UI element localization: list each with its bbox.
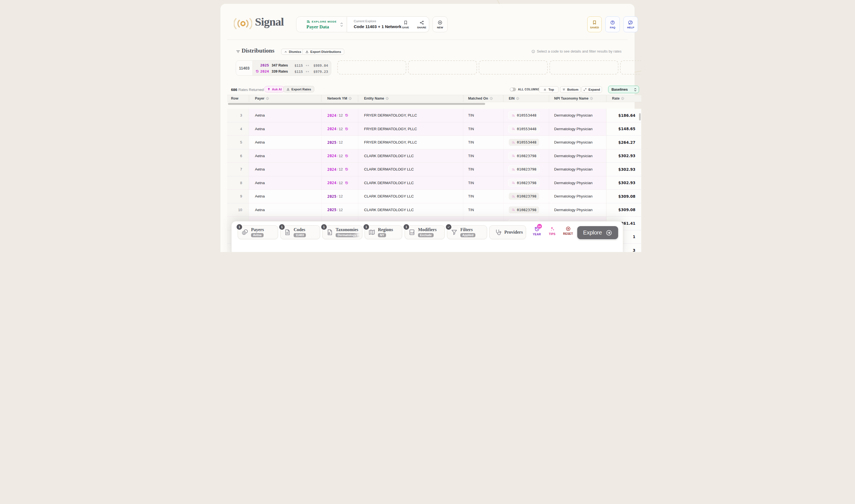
explore-mode-select[interactable]: EXPLORE MODE Payer Data [296,16,347,32]
ein-cell[interactable]: 010823798 [509,163,539,176]
column-header-npi[interactable]: NPI Taxonomy Name [554,95,593,102]
payer-cell: Aetna [255,136,265,149]
distribution-code: 11403 [236,61,253,75]
dock-chip-taxonomies[interactable]: 1TaxonomiesDermatology Physici [322,225,362,239]
npi-taxonomy-cell: Dermatology Physician [554,163,593,176]
ein-cell[interactable]: 010823798 [509,190,539,203]
stethoscope-icon [494,229,502,236]
entity-name-cell: CLARK DERMATOLOGY LLC [364,190,414,203]
chip-value: NY [378,233,386,237]
network-ym-cell: 2024/12 [327,109,348,122]
svg-text:Ad: Ad [410,231,414,234]
double-chevron-up-icon [543,88,547,91]
column-header-ein[interactable]: EIN [509,95,519,102]
column-header-ym[interactable]: Network YM [327,95,352,102]
info-icon [516,97,519,100]
column-divider [549,95,549,102]
ein-cell[interactable]: 010823798 [509,149,539,163]
entity-name-cell: CLARK DERMATOLOGY LLC [364,203,414,217]
table-row[interactable]: 6Aetna2024/12CLARK DERMATOLOGY LLCTIN010… [227,149,641,163]
matched-on-cell: TIN [468,109,474,122]
table-row[interactable]: 10Aetna2025/12CLARK DERMATOLOGY LLCTIN01… [227,203,641,217]
current-explore-box: Current Explore Code 11403 + 1 Network S… [347,16,429,32]
saved-button[interactable]: SAVED [587,16,602,32]
new-explore-button[interactable]: NEW [433,16,448,32]
ein-cell[interactable]: 010823798 [509,176,539,190]
vertical-scrollbar[interactable] [639,113,641,121]
column-header-rate[interactable]: Rate [612,95,624,102]
file-plus-icon [326,229,333,236]
all-columns-label: ALL COLUMNS [518,88,540,91]
table-row[interactable]: 9Aetna2025/12CLARK DERMATOLOGY LLCTIN010… [227,190,641,203]
row-number: 8 [227,176,242,190]
distribution-year: 2025 [260,63,269,67]
ein-cell[interactable]: 010823798 [509,203,539,217]
dock-chip-providers[interactable]: Providers [489,225,526,239]
table-row[interactable]: 7Aetna2024/12CLARK DERMATOLOGY LLCTIN010… [227,163,641,176]
chip-value: Exclude [418,233,434,237]
column-divider [358,95,358,102]
column-header-entity[interactable]: Entity Name [364,95,389,102]
help-button[interactable]: HELP [624,16,638,32]
scroll-top-button[interactable]: Top [539,86,559,93]
scroll-bottom-button[interactable]: Bottom [560,86,580,93]
explore-mode-label: EXPLORE MODE [312,20,337,23]
distribution-code-card[interactable]: 11403 2025347 Rates$115$989.042024339 Ra… [236,60,331,76]
dock-chip-modifiers[interactable]: 1AdModifiersExclude [405,225,445,239]
column-header-payer[interactable]: Payer [255,95,269,102]
distribution-placeholder [479,60,548,74]
ask-ai-button[interactable]: Ask AI [264,86,285,92]
info-icon [348,97,352,100]
year-tool-button[interactable]: 24 YEAR [529,226,544,236]
count-badge: 1 [236,223,243,230]
chip-value: Applied [460,233,475,237]
history-clock-icon [256,70,259,73]
ein-cell[interactable]: 010553448 [509,136,539,149]
dock-chip-regions[interactable]: 1RegionsNY [365,225,402,239]
table-row[interactable]: 3Aetna2024/12FRYER DERMATOLOGY, PLLCTIN0… [227,109,641,122]
info-icon [531,50,535,53]
chip-value: Aetna [251,233,264,237]
share-button[interactable]: SHARE [415,18,428,32]
distribution-placeholder [549,60,618,74]
export-rates-button[interactable]: Export Rates [283,86,314,92]
distribution-placeholder [408,60,477,74]
arrow-right-circle-icon [606,230,612,236]
entity-name-cell: CLARK DERMATOLOGY LLC [364,176,414,190]
network-ym-cell: 2024/12 [327,176,348,190]
column-header-matched[interactable]: Matched On [468,95,493,102]
all-columns-toggle[interactable] [510,88,516,91]
expand-button[interactable]: Expand [581,86,602,93]
bookmark-icon [403,20,408,25]
ein-cell[interactable]: 010553448 [509,109,539,122]
reset-button[interactable]: RESET [561,226,575,235]
horizontal-scrollbar[interactable] [228,103,485,105]
table-row[interactable]: 4Aetna2024/12FRYER DERMATOLOGY, PLLCTIN0… [227,122,641,136]
dock-chip-codes[interactable]: 1Codes11403 [280,225,320,239]
question-circle-icon [610,20,615,25]
tips-button[interactable]: TIPS [546,226,559,236]
ein-cell[interactable]: 010553448 [509,122,539,136]
dock-chip-payers[interactable]: 1PayersAetna [238,225,278,239]
history-clock-icon [345,154,348,158]
dismiss-button[interactable]: Dismiss [281,49,304,55]
row-number: 3 [227,109,242,122]
lightbulb-icon [267,88,271,91]
explore-button[interactable]: Explore [577,226,618,239]
baselines-select[interactable]: Baselines [608,86,639,93]
matched-on-cell: TIN [468,136,474,149]
dock-chip-filters[interactable]: FiltersApplied [447,225,487,239]
faq-button[interactable]: FAQ [605,16,620,32]
export-distributions-button[interactable]: Export Distributions [302,49,344,55]
sparkles-icon [549,226,555,232]
chevron-updown-icon [633,87,637,92]
column-header-rownum[interactable]: Row [231,95,238,102]
circle-x-icon [565,226,571,231]
table-row[interactable]: 8Aetna2024/12CLARK DERMATOLOGY LLCTIN010… [227,176,641,190]
chip-title: Filters [460,227,473,232]
arrows-left-right-icon [306,64,309,67]
table-row[interactable]: 5Aetna2025/12FRYER DERMATOLOGY, PLLCTIN0… [227,136,641,149]
save-button[interactable]: SAVE [399,18,412,32]
help-bubble-icon [628,20,633,25]
map-icon [368,229,376,236]
